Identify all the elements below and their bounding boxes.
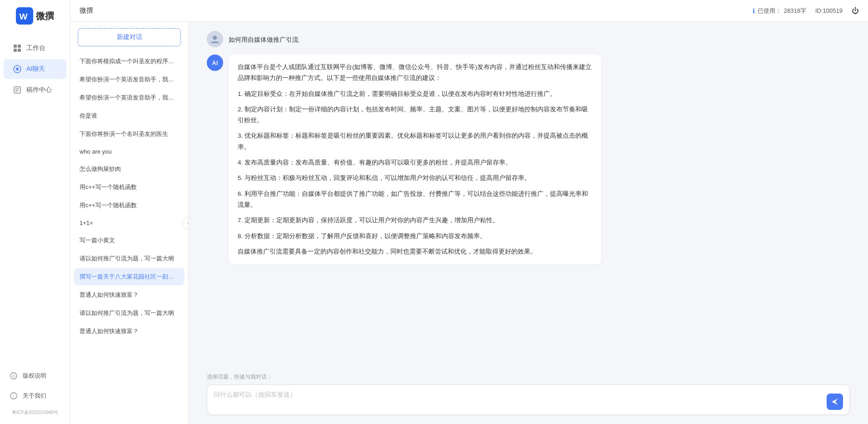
about-label: 关于我们 [23,392,46,400]
ai-para-8: 8. 分析数据：定期分析数据，了解用户反馈和喜好，以便调整推广策略和内容发布频率… [238,231,592,242]
ai-para-3: 3. 优化标题和标签：标题和标签是吸引粉丝的重要因素。优化标题和标签可以让更多的… [238,130,592,153]
workbench-label: 工作台 [26,44,45,52]
ai-para-5: 5. 与粉丝互动：积极与粉丝互动，回复评论和私信，可以增加用户对你的认可和信任，… [238,173,592,184]
user-message-text: 如何用自媒体做推广引流 [229,31,299,45]
ai-chat-label: AI聊天 [26,65,45,73]
svg-point-17 [213,36,217,40]
conv-item-9[interactable]: 用c++写一个随机函数 [74,197,185,214]
content-wrapper: 新建对话 下面你将模拟成一个叫圣友的程序员，我说... 希望你扮演一个英语发音助… [70,22,868,424]
conv-item-8[interactable]: 用c++写一个随机函数 [74,179,185,196]
new-conversation-button[interactable]: 新建对话 [78,28,181,46]
input-box [207,384,850,415]
usage-value: 28318字 [784,7,806,15]
ai-avatar: AI [207,55,223,71]
conversation-panel: 新建对话 下面你将模拟成一个叫圣友的程序员，我说... 希望你扮演一个英语发音助… [70,22,189,424]
icp-text: 粤ICP备2022015948号 [4,407,66,419]
main: 微撰 ℹ 已使用： 28318字 ID:100519 ⏻ 新建对话 下面你将模拟… [70,0,868,424]
conv-item-10[interactable]: 1+1= [74,215,185,231]
conv-item-3[interactable]: 希望你扮演一个英语发音助手，我提供给你... [74,89,185,106]
ai-para-4: 4. 发布高质量内容：发布高质量、有价值、有趣的内容可以吸引更多的粉丝，并提高用… [238,157,592,168]
sidebar-item-drafts[interactable]: 稿件中心 [4,80,66,100]
about-icon: i [9,391,18,400]
sidebar-item-ai-chat[interactable]: AI聊天 [4,59,66,79]
ai-para-9: 自媒体推广引流需要具备一定的内容创作和社交能力，同时也需要不断尝试和优化，才能取… [238,246,592,257]
ai-message: AI 自媒体平台是个人或团队通过互联网平台(如博客、微博、微信公众号、抖音、快手… [207,55,850,264]
ai-para-7: 7. 定期更新：定期更新内容，保持活跃度，可以让用户对你的内容产生兴趣，增加用户… [238,215,592,226]
copyright-icon: © [9,371,18,380]
quick-select-label: 选择话题，快速与我对话： [207,373,850,381]
header-title: 微撰 [80,6,93,15]
conversation-list: 下面你将模拟成一个叫圣友的程序员，我说... 希望你扮演一个英语发音助手，我提供… [70,51,188,424]
svg-text:i: i [13,394,14,399]
user-id: ID:100519 [815,7,843,14]
sidebar-item-about[interactable]: i 关于我们 [4,387,66,405]
sidebar-item-workbench[interactable]: 工作台 [4,38,66,58]
svg-text:©: © [12,374,15,379]
conv-item-13[interactable]: 撰写一篇关于八大家花园社区一刻钟便民生... [74,268,185,285]
logout-button[interactable]: ⏻ [852,7,859,15]
usage-label: 已使用： [758,7,781,15]
chat-area: 如何用自媒体做推广引流 AI 自媒体平台是个人或团队通过互联网平台(如博客、微博… [189,22,868,424]
conv-item-15[interactable]: 请以如何推广引流为题，写一篇大纲 [74,304,185,322]
usage-info: ℹ 已使用： 28318字 [753,7,806,15]
svg-rect-3 [18,45,21,48]
conv-item-11[interactable]: 写一篇小黄文 [74,232,185,249]
svg-point-8 [16,68,18,70]
conv-item-12[interactable]: 请以如何推广引流为题，写一篇大纲 [74,250,185,267]
conv-item-7[interactable]: 怎么做狗屎炒肉 [74,160,185,178]
top-header: 微撰 ℹ 已使用： 28318字 ID:100519 ⏻ [70,0,868,22]
ai-para-6: 6. 利用平台推广功能：自媒体平台都提供了推广功能，如广告投放、付费推广等，可以… [238,189,592,211]
usage-icon: ℹ [753,7,755,15]
conv-item-1[interactable]: 下面你将模拟成一个叫圣友的程序员，我说... [74,53,185,70]
conv-item-16[interactable]: 普通人如何快速致富？ [74,323,185,340]
sidebar-bottom: © 版权说明 i 关于我们 粤ICP备2022015948号 [0,367,70,419]
ai-para-2: 2. 制定内容计划：制定一份详细的内容计划，包括发布时间、频率、主题、文案、图片… [238,104,592,126]
ai-message-content: 自媒体平台是个人或团队通过互联网平台(如博客、微博、微信公众号、抖音、快手等)发… [229,55,601,264]
conv-item-6[interactable]: who are you [74,144,185,160]
drafts-icon [13,85,22,95]
svg-rect-4 [14,49,17,52]
svg-rect-2 [14,45,17,48]
svg-text:W: W [20,12,28,21]
chat-input-area: 选择话题，快速与我对话： [189,368,868,424]
ai-chat-icon [13,65,22,74]
header-right: ℹ 已使用： 28318字 ID:100519 ⏻ [753,7,859,15]
drafts-label: 稿件中心 [26,86,52,94]
logo-icon: W [16,7,33,25]
user-avatar [207,31,223,47]
conv-item-5[interactable]: 下面你将扮演一个名叫圣友的医生 [74,125,185,143]
svg-rect-5 [18,49,21,52]
conv-item-2[interactable]: 希望你扮演一个英语发音助手，我提供给你... [74,71,185,88]
copyright-label: 版权说明 [23,372,46,380]
nav-items: 工作台 AI聊天 稿件中心 [0,37,70,367]
logo-area: W 微撰 [10,7,60,25]
message-group-1: 如何用自媒体做推广引流 AI 自媒体平台是个人或团队通过互联网平台(如博客、微博… [207,31,850,264]
conv-item-4[interactable]: 你是谁 [74,107,185,125]
chat-messages: 如何用自媒体做推广引流 AI 自媒体平台是个人或团队通过互联网平台(如博客、微博… [189,22,868,368]
ai-para-0: 自媒体平台是个人或团队通过互联网平台(如博客、微博、微信公众号、抖音、快手等)发… [238,62,592,84]
conv-item-14[interactable]: 普通人如何快速致富？ [74,286,185,304]
sidebar: W 微撰 工作台 AI聊天 [0,0,70,424]
user-message: 如何用自媒体做推广引流 [207,31,850,47]
app-name: 微撰 [36,10,54,22]
chat-input[interactable] [214,389,822,410]
sidebar-item-copyright[interactable]: © 版权说明 [4,367,66,385]
ai-para-1: 1. 确定目标受众：在开始自媒体推广引流之前，需要明确目标受众是谁，以便在发布内… [238,89,592,100]
send-button[interactable] [827,394,843,410]
send-icon [831,398,839,406]
workbench-icon [13,44,22,53]
